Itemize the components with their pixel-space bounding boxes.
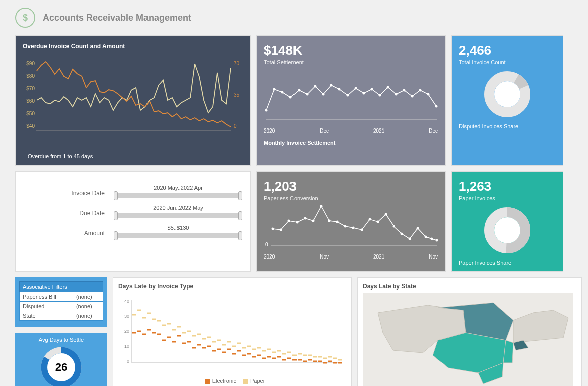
filter-label: Due Date [24, 210, 114, 217]
svg-point-42 [385, 213, 387, 216]
paper-share-label: Paper Invoices Share [459, 260, 556, 266]
filter-label: Amount [24, 230, 114, 237]
ytick: 30 [124, 314, 129, 319]
filters-card: Invoice Date 2020 May..2022 Apr Due Date… [15, 171, 251, 272]
map-title: Days Late by State [363, 283, 576, 290]
svg-point-52 [494, 217, 520, 243]
xtick: Dec [429, 128, 438, 134]
assoc-row[interactable]: Paperless Bill(none) [20, 292, 103, 302]
svg-point-21 [419, 89, 422, 92]
svg-point-12 [347, 94, 349, 97]
amount-series [37, 64, 231, 113]
paperless-label: Paperless Conversion [264, 195, 438, 201]
y-right-tick: 0 [234, 123, 237, 129]
ytick: 10 [124, 344, 129, 349]
assoc-row[interactable]: Disputed(none) [20, 302, 103, 311]
settlement-kpi: $148K [264, 43, 438, 58]
svg-point-20 [411, 95, 414, 98]
settlement-footer: Monthly Invoice Settlement [264, 140, 438, 146]
svg-point-33 [312, 220, 315, 222]
ytick: 0 [127, 359, 129, 364]
avg-days-value: 26 [55, 361, 67, 374]
xtick: Dec [320, 128, 329, 134]
settlement-label: Total Settlement [264, 59, 438, 65]
due-date-slider[interactable]: 2020 Jun..2022 May [114, 207, 242, 220]
filter-due-date: Due Date 2020 Jun..2022 May [24, 207, 242, 220]
svg-point-5 [289, 96, 292, 99]
svg-point-43 [393, 225, 395, 228]
xtick: 2020 [264, 128, 275, 134]
settlement-chart[interactable] [264, 69, 439, 124]
svg-point-9 [322, 93, 325, 96]
page-title: Accounts Receivable Management [43, 13, 191, 23]
overdue-chart[interactable]: $90 $80 $70 $60 $50 $40 70 35 0 [16, 53, 241, 148]
svg-point-28 [272, 228, 274, 230]
filter-amount: Amount $5..$130 [24, 227, 242, 240]
paper-donut[interactable] [482, 205, 532, 255]
avg-days-title: Avg Days to Settle [19, 337, 103, 343]
associative-filters-card: Associative Filters Paperless Bill(none)… [15, 277, 107, 327]
svg-point-19 [403, 89, 406, 92]
legend-paper-icon [243, 379, 248, 384]
disputed-donut[interactable] [482, 69, 532, 119]
xtick: Nov [320, 254, 329, 260]
svg-point-48 [431, 238, 433, 240]
paper-invoices-kpi: 1,263 [459, 179, 556, 194]
xtick: 2021 [373, 254, 384, 260]
y-left-tick: $50 [26, 111, 35, 116]
paperless-card: 1,203 Paperless Conversion 0 2020 Nov 20… [256, 171, 446, 272]
overdue-subtitle: Overdue from 1 to 45 days [16, 153, 93, 159]
y-left-tick: $70 [26, 86, 35, 91]
svg-point-39 [361, 229, 363, 231]
svg-point-13 [355, 87, 357, 90]
svg-point-38 [352, 227, 355, 229]
svg-point-2 [265, 109, 268, 112]
svg-point-36 [336, 221, 339, 223]
svg-point-26 [494, 81, 520, 107]
invoice-date-slider[interactable]: 2020 May..2022 Apr [114, 187, 242, 200]
invoice-count-label: Total Invoice Count [459, 59, 556, 65]
svg-point-45 [409, 238, 411, 240]
overdue-title: Overdue Invoice Count and Amount [16, 36, 250, 53]
svg-point-14 [363, 92, 365, 95]
svg-point-30 [288, 220, 290, 222]
invoice-count-kpi: 2,466 [459, 43, 556, 58]
y-left-tick: $90 [26, 61, 35, 66]
avg-days-card: Avg Days to Settle 26 [15, 333, 107, 386]
amount-slider[interactable]: $5..$130 [114, 227, 242, 240]
svg-point-3 [273, 88, 276, 91]
electronic-series [132, 330, 342, 363]
svg-point-40 [369, 218, 371, 221]
days-late-state-card: Days Late by State [357, 277, 582, 386]
settlement-card: $148K Total Settlement 2020 Dec 2021 Dec… [256, 35, 446, 166]
y-left-tick: $40 [26, 123, 35, 129]
svg-point-8 [314, 85, 317, 88]
dollar-logo-icon: $ [15, 8, 35, 28]
xtick: 2021 [373, 128, 384, 134]
assoc-row[interactable]: State(none) [20, 311, 103, 321]
scatter-title: Days Late by Invoice Type [118, 283, 346, 290]
svg-point-32 [304, 217, 307, 220]
avg-days-gauge[interactable]: 26 [39, 345, 84, 386]
svg-point-41 [377, 221, 379, 223]
count-series [37, 62, 231, 127]
disputed-share-label: Disputed Invoices Share [459, 123, 556, 130]
svg-point-37 [344, 225, 347, 228]
svg-point-31 [296, 221, 299, 224]
svg-point-47 [425, 236, 427, 238]
svg-point-49 [436, 239, 438, 242]
zero-label: 0 [265, 242, 268, 247]
days-late-scatter[interactable]: 40 30 20 10 0 [118, 293, 344, 375]
y-left-tick: $60 [26, 98, 35, 104]
overdue-card: Overdue Invoice Count and Amount $90 $80… [15, 35, 251, 166]
xtick: Nov [429, 254, 438, 260]
paperless-chart[interactable]: 0 [264, 205, 439, 250]
paper-invoices-label: Paper Invoices [459, 195, 556, 201]
paper-series [132, 310, 342, 360]
svg-point-44 [401, 233, 403, 235]
assoc-header: Associative Filters [20, 282, 103, 292]
filter-invoice-date: Invoice Date 2020 May..2022 Apr [24, 187, 242, 200]
svg-point-16 [379, 94, 381, 97]
state-map[interactable] [363, 293, 573, 386]
y-right-tick: 35 [234, 92, 240, 98]
